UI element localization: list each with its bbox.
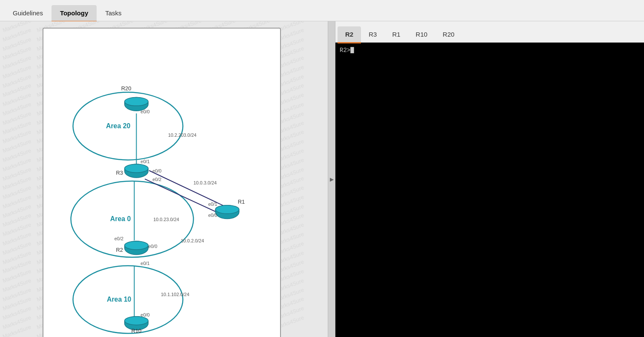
tab-topology[interactable]: Topology	[52, 5, 97, 21]
svg-point-13	[125, 164, 149, 173]
svg-point-25	[125, 317, 149, 325]
tab-R20[interactable]: R20	[435, 26, 462, 42]
iface-R3-e0-0: e0/0	[152, 168, 161, 173]
router-R1	[215, 205, 239, 219]
iface-R20-e0-0: e0/0	[140, 109, 149, 114]
tab-tasks[interactable]: Tasks	[97, 5, 130, 21]
tab-R2[interactable]: R2	[338, 26, 361, 42]
R20-label: R20	[121, 85, 132, 92]
svg-point-9	[125, 97, 149, 106]
terminal-prompt: R2>█	[340, 47, 354, 54]
topology-svg: Area 20 Area 0 Area 10	[43, 29, 280, 337]
net-023: 10.0.23.0/24	[153, 217, 179, 222]
net-003: 10.0.3.0/24	[193, 180, 217, 185]
R3-label: R3	[116, 170, 123, 176]
iface-R10-e0-0: e0/0	[140, 312, 149, 317]
main-content: Marks4SureMarks4SureMarks4SureMarks4Sure…	[0, 21, 644, 337]
R10-label: R10	[132, 328, 142, 334]
net-area20: 10.2.203.0/24	[168, 132, 197, 138]
net-area10: 10.1.102.0/24	[161, 292, 189, 297]
area20-label: Area 20	[106, 122, 131, 130]
right-panel: R2 R3 R1 R10 R20 R2>█	[335, 21, 644, 337]
net-002: 10.0.2.0/24	[181, 238, 204, 243]
divider-arrow: ▶	[330, 176, 334, 182]
tab-guidelines[interactable]: Guidelines	[4, 5, 52, 21]
svg-point-21	[125, 241, 149, 250]
iface-R2-e0-0: e0/0	[148, 244, 157, 249]
router-R3	[125, 164, 149, 178]
topology-diagram: Area 20 Area 0 Area 10	[43, 28, 281, 337]
iface-R2-e0-1: e0/1	[140, 261, 149, 266]
terminal-area[interactable]: R2>█	[335, 43, 644, 337]
iface-R3-e0-2: e0/2	[152, 177, 161, 182]
iface-R2-e0-2: e0/2	[114, 236, 123, 241]
nav-tabs-left: Guidelines Topology Tasks	[4, 5, 130, 21]
right-tabs: R2 R3 R1 R10 R20	[335, 21, 644, 43]
tab-R1[interactable]: R1	[384, 26, 408, 42]
svg-point-17	[215, 205, 239, 214]
tab-R10[interactable]: R10	[408, 26, 435, 42]
tab-R3[interactable]: R3	[361, 26, 384, 42]
iface-R3-e0-1: e0/1	[140, 159, 149, 164]
top-navigation: Guidelines Topology Tasks	[0, 0, 644, 21]
left-panel: Marks4SureMarks4SureMarks4SureMarks4Sure…	[0, 21, 328, 337]
panel-divider[interactable]: ▶	[328, 21, 335, 337]
area0-label: Area 0	[110, 215, 131, 222]
iface-R1-e0-0: e0/0	[208, 213, 217, 218]
R1-label: R1	[238, 199, 245, 205]
area10-label: Area 10	[107, 296, 132, 303]
R2-label: R2	[116, 247, 123, 253]
iface-R1-e0-1: e0/1	[208, 202, 217, 207]
router-R2	[125, 241, 149, 255]
